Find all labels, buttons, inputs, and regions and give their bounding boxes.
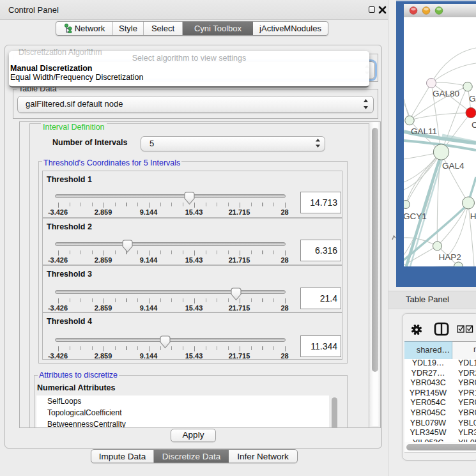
svg-text:HAP2: HAP2 <box>439 252 461 262</box>
svg-text:HIS: HIS <box>470 211 476 221</box>
svg-text:GAL80: GAL80 <box>433 89 459 98</box>
svg-text:GAL4: GAL4 <box>442 161 464 171</box>
svg-text:GAL3: GAL3 <box>469 94 476 104</box>
svg-text:GAL11: GAL11 <box>411 127 437 136</box>
svg-text:GCY1: GCY1 <box>404 211 427 221</box>
svg-text:CYC: CYC <box>472 120 476 130</box>
